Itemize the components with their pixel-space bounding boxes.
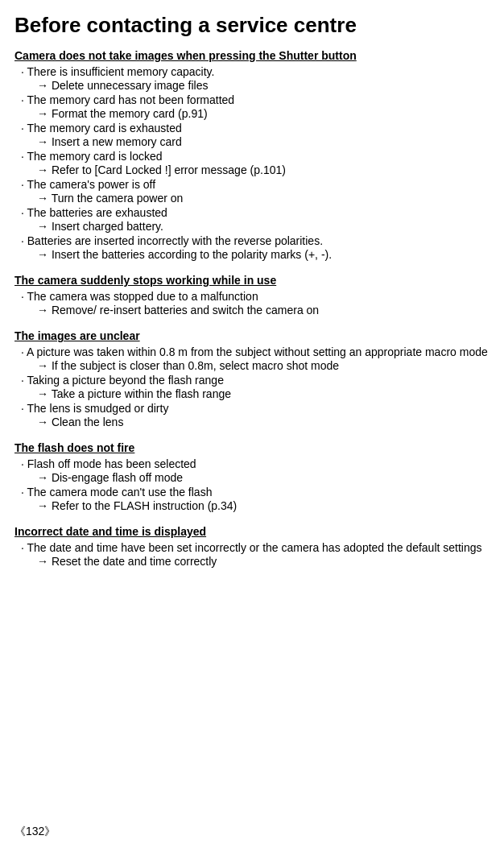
arrow-item-0-4: Turn the camera power on <box>37 192 490 205</box>
bullet-item-0-0: There is insufficient memory capacity. <box>21 65 490 78</box>
arrow-item-2-0: If the subject is closer than 0.8m, sele… <box>37 359 490 372</box>
arrow-item-3-1: Refer to the FLASH instruction (p.34) <box>37 499 490 512</box>
section-images-unclear-heading: The images are unclear <box>14 329 140 342</box>
page-title: Before contacting a service centre <box>14 13 490 38</box>
bullet-item-2-1: Taking a picture beyond the flash range <box>21 374 490 387</box>
bullet-item-4-0: The date and time have been set incorrec… <box>21 541 490 554</box>
arrow-item-0-6: Insert the batteries according to the po… <box>37 248 490 261</box>
bullet-item-0-3: The memory card is locked <box>21 150 490 163</box>
bullet-item-0-5: The batteries are exhausted <box>21 206 490 219</box>
page-number: 《132》 <box>14 825 56 839</box>
bullet-item-1-0: The camera was stopped due to a malfunct… <box>21 290 490 303</box>
arrow-item-1-0: Remove/ re-insert batteries and switch t… <box>37 304 490 316</box>
sections-container: Camera does not take images when pressin… <box>14 49 490 568</box>
arrow-item-0-5: Insert charged battery. <box>37 220 490 233</box>
bullet-item-0-2: The memory card is exhausted <box>21 122 490 134</box>
arrow-item-0-3: Refer to [Card Locked !] error message (… <box>37 163 490 176</box>
bullet-item-0-6: Batteries are inserted incorrectly with … <box>21 234 490 247</box>
arrow-item-0-0: Delete unnecessary image files <box>37 79 490 92</box>
arrow-item-2-2: Clean the lens <box>37 416 490 428</box>
section-flash-no-fire-heading: The flash does not fire <box>14 441 134 454</box>
section-flash-no-fire: The flash does not fireFlash off mode ha… <box>14 441 490 512</box>
arrow-item-2-1: Take a picture within the flash range <box>37 387 490 400</box>
arrow-item-0-2: Insert a new memory card <box>37 135 490 148</box>
bullet-item-2-2: The lens is smudged or dirty <box>21 402 490 415</box>
bullet-item-3-0: Flash off mode has been selected <box>21 457 490 470</box>
bullet-item-2-0: A picture was taken within 0.8 m from th… <box>21 345 490 358</box>
bullet-item-3-1: The camera mode can't use the flash <box>21 486 490 498</box>
section-date-time: Incorrect date and time is displayedThe … <box>14 525 490 568</box>
section-camera-no-take-heading: Camera does not take images when pressin… <box>14 49 357 62</box>
bullet-item-0-4: The camera's power is off <box>21 178 490 191</box>
arrow-item-3-0: Dis-engage flash off mode <box>37 471 490 484</box>
section-camera-no-take: Camera does not take images when pressin… <box>14 49 490 261</box>
arrow-item-4-0: Reset the date and time correctly <box>37 555 490 568</box>
section-camera-stops-heading: The camera suddenly stops working while … <box>14 274 276 287</box>
arrow-item-0-1: Format the memory card (p.91) <box>37 107 490 120</box>
bullet-item-0-1: The memory card has not been formatted <box>21 93 490 106</box>
section-images-unclear: The images are unclearA picture was take… <box>14 329 490 428</box>
section-camera-stops: The camera suddenly stops working while … <box>14 274 490 316</box>
section-date-time-heading: Incorrect date and time is displayed <box>14 525 206 538</box>
